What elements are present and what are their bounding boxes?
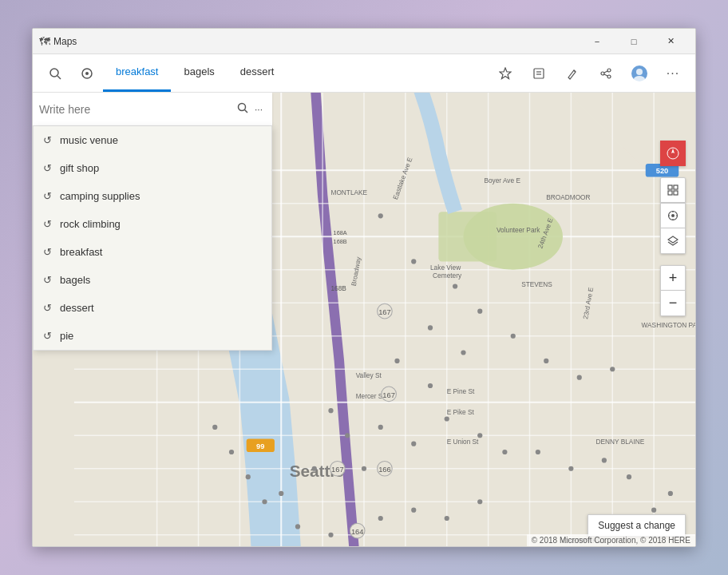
svg-line-8 <box>574 70 576 72</box>
map-style-controls <box>660 177 686 254</box>
share-button[interactable] <box>590 58 622 89</box>
directions-toolbar-icon[interactable] <box>71 58 103 89</box>
toolbar-right: ··· <box>489 58 689 89</box>
tab-dessert[interactable]: dessert <box>228 54 287 92</box>
collections-button[interactable] <box>523 58 555 89</box>
svg-text:DENNY BLAINE: DENNY BLAINE <box>596 438 645 446</box>
svg-point-73 <box>345 433 350 438</box>
svg-point-9 <box>607 69 611 72</box>
svg-point-81 <box>411 508 416 513</box>
svg-text:168B: 168B <box>331 284 347 292</box>
svg-point-52 <box>378 213 383 218</box>
suggestion-music-venue[interactable]: ↺ music venue <box>34 126 271 154</box>
draw-button[interactable] <box>556 58 588 89</box>
svg-point-58 <box>394 359 399 363</box>
svg-point-16 <box>634 76 645 82</box>
maximize-button[interactable]: □ <box>615 29 652 54</box>
map-grid-button[interactable] <box>660 177 686 203</box>
search-toolbar-icon[interactable] <box>39 58 71 89</box>
suggestion-gift-shop[interactable]: ↺ gift shop <box>34 154 271 182</box>
svg-point-79 <box>328 533 333 537</box>
window-controls: − □ ✕ <box>579 29 689 54</box>
suggestion-bagels[interactable]: ↺ bagels <box>34 266 271 294</box>
search-input[interactable] <box>39 103 234 116</box>
svg-point-15 <box>636 69 643 75</box>
svg-text:Valley St: Valley St <box>356 371 382 379</box>
svg-point-83 <box>477 499 482 504</box>
svg-text:167: 167 <box>331 466 344 474</box>
suggestion-breakfast[interactable]: ↺ breakfast <box>34 238 271 266</box>
svg-point-57 <box>461 350 465 355</box>
svg-point-71 <box>411 442 416 446</box>
svg-point-78 <box>295 524 300 529</box>
more-button[interactable]: ··· <box>657 58 689 89</box>
search-more-button[interactable]: ··· <box>251 101 266 118</box>
account-button[interactable] <box>623 58 655 89</box>
suggestions-dropdown: ↺ music venue ↺ gift shop ↺ camping supp… <box>33 126 272 351</box>
minimize-button[interactable]: − <box>579 29 615 54</box>
svg-point-75 <box>362 466 366 471</box>
directions-icon <box>81 67 93 80</box>
window-title: Maps <box>53 36 579 47</box>
svg-point-63 <box>428 383 433 388</box>
svg-point-60 <box>544 359 548 363</box>
svg-text:STEVENS: STEVENS <box>521 280 552 288</box>
map-location-button[interactable] <box>660 203 686 228</box>
svg-point-88 <box>651 508 656 513</box>
svg-point-54 <box>453 284 457 288</box>
svg-point-135 <box>671 214 675 217</box>
svg-point-72 <box>378 425 383 430</box>
svg-text:Cemetery: Cemetery <box>433 272 462 280</box>
title-bar: 🗺 Maps − □ ✕ <box>33 29 695 54</box>
svg-point-55 <box>477 309 482 314</box>
svg-point-66 <box>502 450 507 454</box>
svg-text:E Pike St: E Pike St <box>447 408 475 416</box>
svg-point-62 <box>610 367 615 371</box>
suggestion-camping-supplies[interactable]: ↺ camping supplies <box>34 182 271 210</box>
svg-line-1 <box>57 76 61 79</box>
svg-text:99: 99 <box>256 442 264 450</box>
svg-point-70 <box>627 474 631 479</box>
tab-bagels[interactable]: bagels <box>171 54 227 92</box>
history-icon-6: ↺ <box>43 274 52 286</box>
history-icon-5: ↺ <box>43 246 52 258</box>
svg-point-85 <box>229 450 234 454</box>
zoom-in-button[interactable]: + <box>660 265 686 291</box>
svg-point-67 <box>536 450 540 454</box>
svg-text:BROADMOOR: BROADMOOR <box>546 193 590 201</box>
suggest-change-button[interactable]: Suggest a change <box>588 514 686 537</box>
svg-point-125 <box>238 104 245 111</box>
svg-point-80 <box>378 516 383 521</box>
svg-point-86 <box>246 474 251 479</box>
svg-point-10 <box>601 72 604 75</box>
zoom-controls: + − <box>660 265 686 316</box>
favorites-button[interactable] <box>489 58 521 89</box>
svg-text:166: 166 <box>378 466 391 474</box>
map-area: 520 99 Seattle <box>33 93 695 546</box>
svg-text:E Union St: E Union St <box>447 438 479 446</box>
close-button[interactable]: ✕ <box>652 29 689 54</box>
svg-point-76 <box>312 466 317 471</box>
star-icon <box>499 67 512 80</box>
svg-point-0 <box>50 69 58 77</box>
suggestion-pie[interactable]: ↺ pie <box>34 322 271 350</box>
history-icon-2: ↺ <box>43 162 52 174</box>
svg-point-74 <box>328 408 333 413</box>
tab-breakfast[interactable]: breakfast <box>103 54 171 92</box>
svg-point-61 <box>577 375 582 380</box>
svg-point-68 <box>568 466 573 471</box>
compass-icon <box>667 147 679 160</box>
compass-button[interactable] <box>660 141 686 166</box>
draw-icon <box>566 67 579 80</box>
svg-marker-4 <box>500 68 511 79</box>
map-layers-button[interactable] <box>660 228 686 254</box>
suggestion-rock-climbing[interactable]: ↺ rock climbing <box>34 210 271 238</box>
svg-rect-133 <box>674 191 678 195</box>
svg-point-3 <box>85 72 89 75</box>
svg-text:168B: 168B <box>334 238 347 245</box>
search-submit-button[interactable] <box>234 99 251 119</box>
suggestion-dessert[interactable]: ↺ dessert <box>34 294 271 322</box>
share-icon <box>599 67 612 80</box>
svg-point-84 <box>212 425 217 430</box>
zoom-out-button[interactable]: − <box>660 291 686 316</box>
